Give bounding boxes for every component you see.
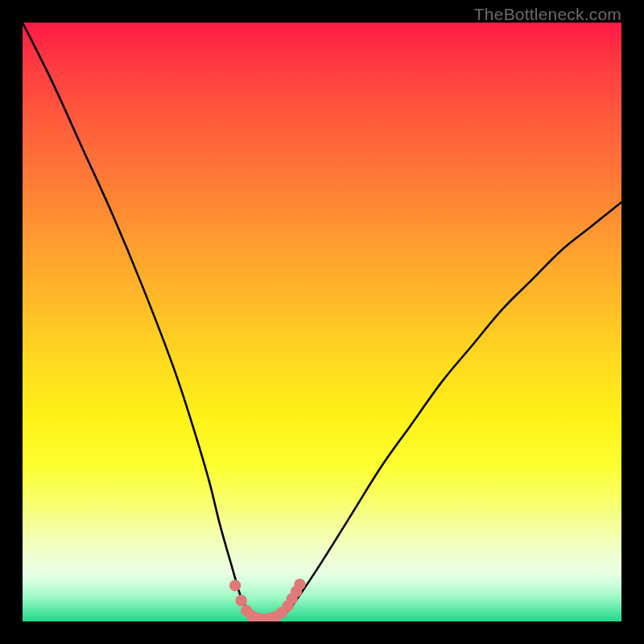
bottleneck-curve — [23, 23, 621, 619]
chart-frame: TheBottleneck.com — [0, 0, 644, 644]
plot-area — [23, 23, 621, 621]
curve-marker — [235, 595, 246, 606]
credit-watermark: TheBottleneck.com — [474, 5, 621, 24]
curve-layer — [23, 23, 621, 621]
curve-marker — [229, 580, 241, 591]
curve-marker — [294, 579, 305, 590]
